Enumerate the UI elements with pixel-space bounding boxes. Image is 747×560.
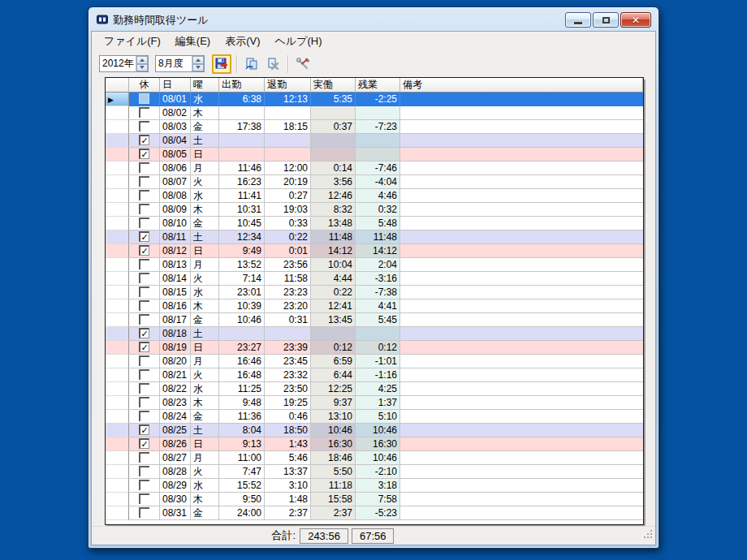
actual-work-cell[interactable]: 16:30	[311, 437, 356, 451]
overtime-cell[interactable]: -7:38	[356, 286, 400, 299]
date-cell[interactable]: 08/04	[160, 134, 191, 148]
note-cell[interactable]	[400, 258, 643, 272]
overtime-cell[interactable]: -7:46	[356, 162, 400, 175]
actual-work-cell[interactable]: 0:37	[311, 120, 356, 134]
weekday-cell[interactable]: 金	[191, 313, 219, 327]
clock-out-cell[interactable]: 1:48	[265, 493, 311, 506]
holiday-checkbox-cell[interactable]	[129, 120, 160, 134]
table-row[interactable]: 08/29水15:523:1011:183:18	[106, 479, 643, 493]
weekday-cell[interactable]: 水	[191, 93, 219, 106]
date-cell[interactable]: 08/15	[160, 286, 191, 299]
clock-in-cell[interactable]	[219, 106, 265, 120]
clock-out-cell[interactable]: 18:50	[265, 424, 311, 437]
clock-in-cell[interactable]: 24:00	[219, 506, 265, 520]
note-cell[interactable]	[400, 341, 643, 355]
holiday-checkbox[interactable]	[139, 93, 149, 104]
actual-work-cell[interactable]: 10:46	[311, 424, 356, 437]
year-up-button[interactable]	[136, 56, 148, 64]
table-row[interactable]: ✓08/04土	[106, 134, 643, 148]
menu-view[interactable]: 表示(V)	[218, 32, 267, 51]
date-cell[interactable]: 08/13	[160, 258, 191, 272]
overtime-cell[interactable]: 16:30	[356, 437, 400, 451]
weekday-cell[interactable]: 金	[191, 506, 219, 520]
holiday-checkbox[interactable]	[139, 466, 149, 476]
holiday-checkbox[interactable]	[139, 314, 149, 325]
holiday-checkbox-cell[interactable]	[129, 355, 160, 368]
holiday-checkbox[interactable]	[139, 355, 149, 366]
clock-out-cell[interactable]: 23:50	[265, 382, 311, 396]
clock-in-cell[interactable]	[219, 327, 265, 341]
holiday-checkbox-cell[interactable]: ✓	[129, 341, 160, 355]
row-selector[interactable]	[106, 203, 129, 217]
note-cell[interactable]	[400, 175, 643, 189]
note-cell[interactable]	[400, 479, 643, 493]
holiday-checkbox-cell[interactable]: ✓	[129, 424, 160, 437]
holiday-checkbox[interactable]	[139, 480, 149, 490]
overtime-cell[interactable]: 11:48	[356, 230, 400, 244]
table-row[interactable]: 08/08水11:410:2712:464:46	[106, 189, 643, 203]
menu-edit[interactable]: 編集(E)	[168, 32, 218, 51]
actual-work-cell[interactable]: 0:22	[311, 286, 356, 299]
year-spinner[interactable]: 2012年	[99, 55, 149, 72]
overtime-cell[interactable]	[356, 148, 400, 162]
clock-out-cell[interactable]: 2:37	[265, 506, 311, 520]
weekday-cell[interactable]: 土	[191, 424, 219, 437]
clock-out-cell[interactable]: 0:01	[265, 244, 311, 258]
holiday-checkbox[interactable]: ✓	[139, 342, 149, 352]
clock-in-cell[interactable]: 11:46	[219, 162, 265, 175]
note-cell[interactable]	[400, 286, 643, 299]
row-selector[interactable]	[106, 175, 129, 189]
weekday-cell[interactable]: 木	[191, 203, 219, 217]
table-row[interactable]: 08/22水11:2523:5012:254:25	[106, 382, 643, 396]
note-cell[interactable]	[400, 313, 643, 327]
maximize-button[interactable]	[593, 12, 619, 28]
actual-work-cell[interactable]: 5:35	[311, 93, 356, 106]
overtime-cell[interactable]: 2:04	[356, 258, 400, 272]
clock-out-cell[interactable]	[265, 148, 311, 162]
note-cell[interactable]	[400, 327, 643, 341]
row-selector[interactable]	[106, 217, 129, 230]
holiday-checkbox-cell[interactable]	[129, 93, 160, 106]
clock-out-cell[interactable]: 19:25	[265, 396, 311, 410]
table-row[interactable]: 08/27月11:005:4618:4610:46	[106, 451, 643, 465]
date-cell[interactable]: 08/06	[160, 162, 191, 175]
overtime-cell[interactable]: 5:48	[356, 217, 400, 230]
header-clock-in[interactable]: 出勤	[219, 78, 265, 93]
weekday-cell[interactable]: 土	[191, 134, 219, 148]
actual-work-cell[interactable]: 5:50	[311, 465, 356, 479]
menu-help[interactable]: ヘルプ(H)	[268, 32, 330, 51]
row-selector[interactable]	[106, 410, 129, 424]
holiday-checkbox-cell[interactable]: ✓	[129, 244, 160, 258]
actual-work-cell[interactable]: 15:58	[311, 493, 356, 506]
holiday-checkbox-cell[interactable]	[129, 258, 160, 272]
clock-in-cell[interactable]: 13:52	[219, 258, 265, 272]
holiday-checkbox[interactable]: ✓	[139, 438, 149, 449]
date-cell[interactable]: 08/24	[160, 410, 191, 424]
clock-out-cell[interactable]: 1:43	[265, 437, 311, 451]
note-cell[interactable]	[400, 230, 643, 244]
table-row[interactable]: 08/21火16:4823:326:44-1:16	[106, 368, 643, 382]
note-cell[interactable]	[400, 382, 643, 396]
overtime-cell[interactable]: -4:04	[356, 175, 400, 189]
clock-out-cell[interactable]: 0:27	[265, 189, 311, 203]
row-selector[interactable]	[106, 162, 129, 175]
row-selector[interactable]	[106, 313, 129, 327]
month-down-button[interactable]	[192, 64, 204, 72]
date-cell[interactable]: 08/22	[160, 382, 191, 396]
date-cell[interactable]: 08/11	[160, 230, 191, 244]
holiday-checkbox[interactable]: ✓	[139, 424, 149, 435]
clock-in-cell[interactable]	[219, 148, 265, 162]
table-row[interactable]: 08/17金10:460:3113:455:45	[106, 313, 643, 327]
copy-button[interactable]	[242, 54, 261, 74]
row-selector[interactable]	[106, 368, 129, 382]
table-row[interactable]: ✓08/11土12:340:2211:4811:48	[106, 230, 643, 244]
holiday-checkbox[interactable]	[139, 411, 149, 421]
holiday-checkbox-cell[interactable]	[129, 396, 160, 410]
overtime-cell[interactable]	[356, 327, 400, 341]
overtime-cell[interactable]: -1:16	[356, 368, 400, 382]
actual-work-cell[interactable]: 12:41	[311, 299, 356, 313]
holiday-checkbox[interactable]	[139, 452, 149, 463]
actual-work-cell[interactable]: 2:37	[311, 506, 356, 520]
actual-work-cell[interactable]: 0:12	[311, 341, 356, 355]
overtime-cell[interactable]: -1:01	[356, 355, 400, 368]
